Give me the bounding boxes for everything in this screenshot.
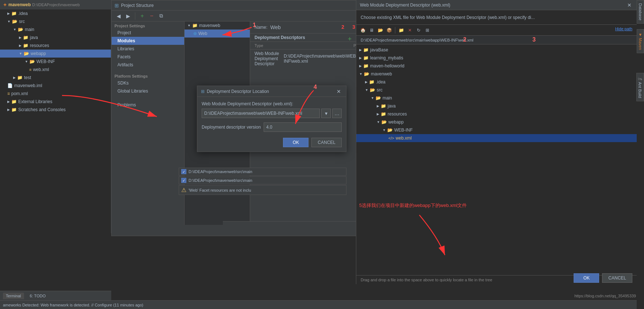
xc-item-helloworld[interactable]: 📁 maven-helloworld	[356, 62, 637, 70]
refresh-icon[interactable]: ↻	[415, 27, 422, 34]
ddl-version-select[interactable]: 4.0 3.1 3.0 2.5	[264, 122, 342, 132]
new-folder-icon[interactable]: 📁	[397, 27, 405, 34]
home-icon[interactable]: 🏠	[359, 27, 366, 34]
module-mavenweb[interactable]: 📁 mavenweb	[185, 21, 250, 30]
nav-modules[interactable]: Modules	[112, 37, 184, 45]
tree-item-pom[interactable]: ≡ pom.xml	[0, 90, 111, 98]
warning-icon: ⚠	[181, 187, 186, 193]
nav-global-libs[interactable]: Global Libraries	[112, 87, 184, 95]
xc-item-resources[interactable]: 📁 resources	[356, 110, 637, 118]
row-path: D:\IDEAProject\mavenweb\web\WEB-INF\web.…	[284, 54, 357, 64]
name-value: Web	[270, 24, 281, 30]
tree-label: webapp	[31, 51, 46, 56]
xc-item-webapp[interactable]: 📂 webapp	[356, 118, 637, 126]
ddl-path-input[interactable]	[202, 109, 320, 118]
expand-icon	[359, 72, 362, 76]
expand-icon	[7, 100, 10, 103]
xc-cancel-button[interactable]: CANCEL	[602, 273, 632, 283]
tree-item-webxml[interactable]: ≡ web.xml	[0, 66, 111, 74]
ant-icon: 🐜	[638, 76, 642, 81]
nav-facets[interactable]: Facets	[112, 53, 184, 61]
tree-item-webapp[interactable]: 📂 webapp	[0, 50, 111, 58]
expand-icon	[359, 48, 362, 52]
terminal-tab[interactable]: Terminal	[3, 293, 24, 299]
ddl-close-button[interactable]: ✕	[335, 88, 342, 95]
remove-button[interactable]: −	[148, 12, 156, 20]
web-icon: ⊕	[193, 31, 197, 36]
xc-item-main[interactable]: 📂 main	[356, 94, 637, 102]
folder-icon: 📁	[11, 11, 17, 16]
hide-path-link[interactable]: Hide path	[615, 27, 632, 31]
tree-item-test[interactable]: 📁 test	[0, 74, 111, 82]
tree-item-src[interactable]: 📂 src	[0, 17, 111, 26]
forward-button[interactable]: ▶	[124, 12, 132, 20]
bottom-tabs: Terminal 6: TODO	[0, 291, 111, 300]
nav-project[interactable]: Project	[112, 29, 184, 37]
expand-icon	[383, 128, 386, 132]
xc-toolbar: 🏠 🖥 📂 📦 📁 ✕ ↻ ⊞	[356, 25, 637, 36]
source-row-1[interactable]: ✓ D:\IDEAProject\mavenweb\src\main	[179, 168, 346, 176]
xc-item-javabase[interactable]: 📁 javaBase	[356, 46, 637, 54]
dd-table-row[interactable]: Web Module Deployment Descriptor D:\IDEA…	[250, 50, 366, 68]
tree-item-java[interactable]: 📁 java	[0, 34, 111, 42]
checkbox-1[interactable]: ✓	[181, 169, 186, 174]
xc-close-button[interactable]: ✕	[626, 1, 633, 9]
nav-libraries[interactable]: Libraries	[112, 45, 184, 53]
tree-label: WEB-INF	[36, 59, 55, 64]
name-label: Name:	[255, 25, 267, 30]
xc-item-mavenweb[interactable]: 📂 mavenweb	[356, 70, 637, 78]
tree-item-iml[interactable]: 📄 mavenweb.iml	[0, 82, 111, 90]
expand-icon	[13, 28, 16, 31]
nav-artifacts[interactable]: Artifacts	[112, 61, 184, 69]
tree-item-main[interactable]: 📂 main	[0, 26, 111, 34]
monitor-icon[interactable]: 🖥	[368, 27, 375, 34]
open-folder-icon[interactable]: 📂	[377, 27, 384, 34]
tree-item-scratches[interactable]: 📁 Scratches and Consoles	[0, 106, 111, 114]
ddl-cancel-button[interactable]: CANCEL	[311, 138, 342, 147]
tree-label: main	[25, 27, 34, 32]
back-button[interactable]: ◀	[115, 12, 123, 20]
nav-problems[interactable]: Problems	[112, 101, 184, 109]
expand-icon	[377, 112, 379, 116]
xc-item-label: src	[377, 87, 383, 93]
folder-icon: 📂	[387, 128, 393, 133]
ddl-dropdown-button[interactable]: ▾	[321, 109, 331, 118]
expand-icon	[13, 76, 16, 79]
folder-icon: 📂	[370, 87, 375, 93]
maven-tab[interactable]: ▼ Maven	[637, 29, 644, 53]
add-button[interactable]: +	[138, 12, 146, 20]
xc-item-webinf[interactable]: 📂 WEB-INF	[356, 126, 637, 134]
add-dd-button[interactable]: +	[346, 35, 354, 43]
xc-item-learning[interactable]: 📁 learning_mybatis	[356, 54, 637, 62]
ddl-ok-button[interactable]: OK	[283, 138, 309, 147]
num-3: 3	[352, 24, 355, 30]
tree-item-external-libs[interactable]: 📁 External Libraries	[0, 98, 111, 106]
nav-sdks[interactable]: SDKs	[112, 79, 184, 87]
xc-ok-button[interactable]: OK	[574, 273, 599, 283]
database-tab[interactable]: Database	[637, 0, 644, 24]
checkbox-2[interactable]: ✓	[181, 178, 186, 183]
tree-item-webinf[interactable]: 📂 WEB-INF	[0, 58, 111, 66]
tree-item-resources[interactable]: 📁 resources	[0, 42, 111, 50]
tree-label: web.xml	[33, 67, 49, 72]
folder-icon: 📂	[364, 71, 369, 77]
xc-item-java[interactable]: 📁 java	[356, 102, 637, 110]
module-web[interactable]: ⊕ Web	[185, 30, 250, 38]
copy-button[interactable]: ⧉	[157, 12, 165, 20]
expand-all-icon[interactable]: ⊞	[424, 27, 431, 34]
tree-item-idea[interactable]: 📁 .idea	[0, 9, 111, 17]
type-column-header: Type	[255, 43, 353, 48]
num-2: 2	[341, 24, 344, 30]
source-row-2[interactable]: ✓ D:\IDEAProject\mavenweb\src\main	[179, 176, 346, 184]
ddl-browse-button[interactable]: …	[332, 109, 342, 118]
antbuild-tab[interactable]: 🐜 Ant Build	[636, 73, 644, 101]
expand-icon	[19, 44, 22, 47]
xc-item-src[interactable]: 📂 src	[356, 86, 637, 94]
name-row: Name: Web	[250, 21, 366, 34]
module-icon[interactable]: 📦	[385, 27, 393, 34]
delete-icon[interactable]: ✕	[406, 27, 414, 34]
folder-icon: 📂	[381, 120, 387, 125]
todo-tab[interactable]: 6: TODO	[27, 293, 49, 299]
xc-item-idea[interactable]: 📁 .idea	[356, 78, 637, 86]
xc-item-webxml[interactable]: </> web.xml	[356, 134, 637, 142]
